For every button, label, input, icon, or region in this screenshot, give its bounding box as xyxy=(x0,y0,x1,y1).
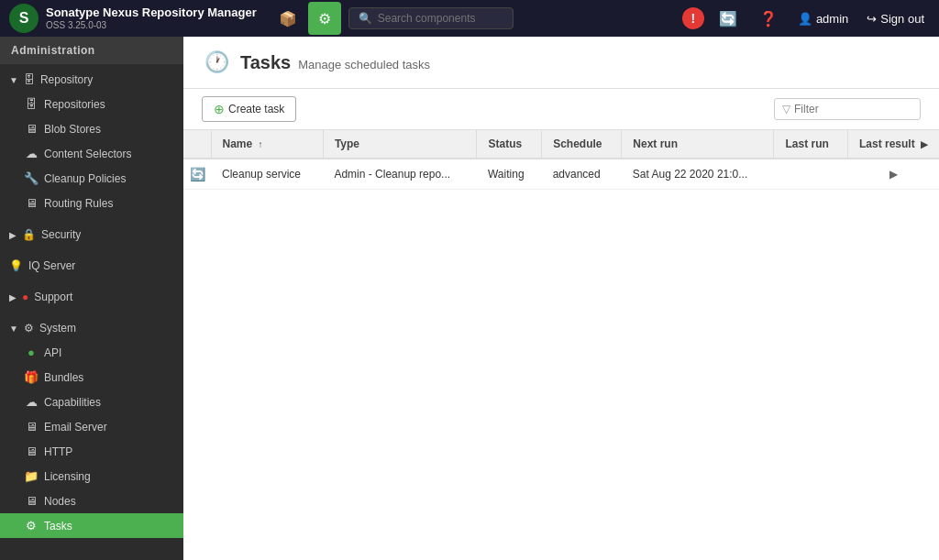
logo-icon: S xyxy=(9,4,39,33)
sidebar-item-bundles[interactable]: 🎁 Bundles xyxy=(0,365,183,390)
col-row-icon xyxy=(183,130,211,159)
sidebar-item-label-tasks: Tasks xyxy=(44,520,72,533)
row-name: Cleanup service xyxy=(222,168,301,181)
licensing-icon: 📁 xyxy=(24,469,39,483)
content-header: 🕐 Tasks Manage scheduled tasks xyxy=(183,37,939,89)
sidebar-item-label-nodes: Nodes xyxy=(44,495,76,508)
col-last-run[interactable]: Last run xyxy=(774,130,848,159)
signout-button[interactable]: ↪ Sign out xyxy=(861,8,930,29)
plus-icon: ⊕ xyxy=(214,102,225,116)
chevron-down-icon: ▼ xyxy=(9,75,18,85)
sidebar-section-support: ▶ ● Support xyxy=(0,281,183,313)
col-name-label: Name xyxy=(223,137,253,150)
row-status-cell: Waiting xyxy=(477,159,542,190)
error-badge[interactable]: ! xyxy=(682,7,704,29)
refresh-button[interactable]: 🔄 xyxy=(712,2,745,35)
col-name[interactable]: Name ↑ xyxy=(211,130,323,159)
cleanup-policies-icon: 🔧 xyxy=(24,171,39,185)
search-icon: 🔍 xyxy=(359,12,372,25)
col-schedule-label: Schedule xyxy=(553,137,602,150)
row-schedule: advanced xyxy=(553,168,601,181)
row-name-cell: Cleanup service xyxy=(211,159,323,190)
http-icon: 🖥 xyxy=(24,445,39,458)
sidebar-section-repository: ▼ 🗄 Repository 🗄 Repositories 🖥 Blob Sto… xyxy=(0,64,183,219)
sidebar-group-security[interactable]: ▶ 🔒 Security xyxy=(0,223,183,247)
sidebar-group-label-repository: Repository xyxy=(40,73,93,86)
row-status-icon-cell: 🔄 xyxy=(183,159,211,190)
sidebar-group-system[interactable]: ▼ ⚙ System xyxy=(0,316,183,340)
page-subtitle: Manage scheduled tasks xyxy=(298,58,430,71)
table-row[interactable]: 🔄 Cleanup service Admin - Cleanup repo..… xyxy=(183,159,939,190)
app-version: OSS 3.25.0-03 xyxy=(46,20,257,31)
sidebar-item-tasks[interactable]: ⚙ Tasks xyxy=(0,513,183,538)
admin-button[interactable]: ⚙ xyxy=(308,2,341,35)
sort-asc-icon: ↑ xyxy=(259,139,263,149)
sidebar-header: Administration xyxy=(0,37,183,64)
email-server-icon: 🖥 xyxy=(24,420,39,434)
col-status-label: Status xyxy=(488,137,522,150)
col-last-result-label: Last result xyxy=(859,137,915,150)
sidebar-item-label-http: HTTP xyxy=(44,445,72,458)
create-task-button[interactable]: ⊕ Create task xyxy=(202,96,296,122)
tasks-table: Name ↑ Type Status Schedule xyxy=(183,130,939,190)
col-status[interactable]: Status xyxy=(477,130,542,159)
filter-input[interactable] xyxy=(794,103,904,115)
sidebar-item-content-selectors[interactable]: ☁ Content Selectors xyxy=(0,141,183,166)
sidebar-item-licensing[interactable]: 📁 Licensing xyxy=(0,464,183,489)
sidebar-item-label-iq-server: IQ Server xyxy=(28,259,75,272)
col-next-run[interactable]: Next run xyxy=(622,130,774,159)
chevron-right-icon-support: ▶ xyxy=(9,292,17,302)
create-task-label: Create task xyxy=(228,103,284,115)
sidebar-item-api[interactable]: ● API xyxy=(0,340,183,365)
sidebar-item-label-api: API xyxy=(44,346,61,359)
sidebar-item-repositories[interactable]: 🗄 Repositories xyxy=(0,92,183,116)
expand-icon: ▶ xyxy=(921,139,928,149)
col-type[interactable]: Type xyxy=(323,130,477,159)
chevron-right-icon: ▶ xyxy=(9,230,17,240)
sidebar: Administration ▼ 🗄 Repository 🗄 Reposito… xyxy=(0,37,183,560)
row-schedule-cell: advanced xyxy=(542,159,622,190)
sidebar-item-capabilities[interactable]: ☁ Capabilities xyxy=(0,390,183,414)
table-body: 🔄 Cleanup service Admin - Cleanup repo..… xyxy=(183,159,939,190)
sidebar-item-http[interactable]: 🖥 HTTP xyxy=(0,439,183,464)
nodes-icon: 🖥 xyxy=(24,494,39,508)
filter-box[interactable]: ▽ xyxy=(774,98,921,120)
sidebar-group-support[interactable]: ▶ ● Support xyxy=(0,285,183,309)
sidebar-item-email-server[interactable]: 🖥 Email Server xyxy=(0,414,183,439)
search-input[interactable] xyxy=(378,12,506,25)
col-next-run-label: Next run xyxy=(633,137,678,150)
logo: S Sonatype Nexus Repository Manager OSS … xyxy=(9,4,257,33)
page-icon: 🕐 xyxy=(202,48,231,77)
col-type-label: Type xyxy=(335,137,359,150)
row-type: Admin - Cleanup repo... xyxy=(334,168,450,181)
sidebar-item-label-repositories: Repositories xyxy=(44,98,105,111)
sidebar-item-cleanup-policies[interactable]: 🔧 Cleanup Policies xyxy=(0,166,183,191)
col-schedule[interactable]: Schedule xyxy=(542,130,622,159)
help-button[interactable]: ❓ xyxy=(752,2,785,35)
content-area: 🕐 Tasks Manage scheduled tasks ⊕ Create … xyxy=(183,37,939,560)
sidebar-section-iq: 💡 IQ Server xyxy=(0,250,183,281)
row-expand-cell[interactable]: ▶ xyxy=(847,159,939,190)
col-last-run-label: Last run xyxy=(785,137,828,150)
row-next-run: Sat Aug 22 2020 21:0... xyxy=(633,168,747,181)
toolbar: ⊕ Create task ▽ xyxy=(183,89,939,130)
chevron-down-icon-system: ▼ xyxy=(9,324,18,334)
system-icon: ⚙ xyxy=(24,322,34,335)
sidebar-item-nodes[interactable]: 🖥 Nodes xyxy=(0,489,183,513)
sidebar-item-label-content-selectors: Content Selectors xyxy=(44,148,131,160)
col-last-result[interactable]: Last result ▶ xyxy=(847,130,939,159)
search-box[interactable]: 🔍 xyxy=(348,7,514,29)
row-expand-icon[interactable]: ▶ xyxy=(889,168,898,181)
sidebar-item-iq-server[interactable]: 💡 IQ Server xyxy=(0,254,183,278)
tasks-icon: ⚙ xyxy=(24,519,39,533)
app-name: Sonatype Nexus Repository Manager xyxy=(46,5,257,20)
user-menu[interactable]: 👤 admin xyxy=(792,8,854,29)
browse-button[interactable]: 📦 xyxy=(271,2,304,35)
routing-rules-icon: 🖥 xyxy=(24,196,39,210)
sidebar-item-blob-stores[interactable]: 🖥 Blob Stores xyxy=(0,116,183,141)
sidebar-item-routing-rules[interactable]: 🖥 Routing Rules xyxy=(0,191,183,215)
sidebar-group-repository[interactable]: ▼ 🗄 Repository xyxy=(0,68,183,92)
page-title: Tasks xyxy=(240,52,291,73)
user-icon: 👤 xyxy=(798,12,812,26)
signout-icon: ↪ xyxy=(867,12,877,26)
